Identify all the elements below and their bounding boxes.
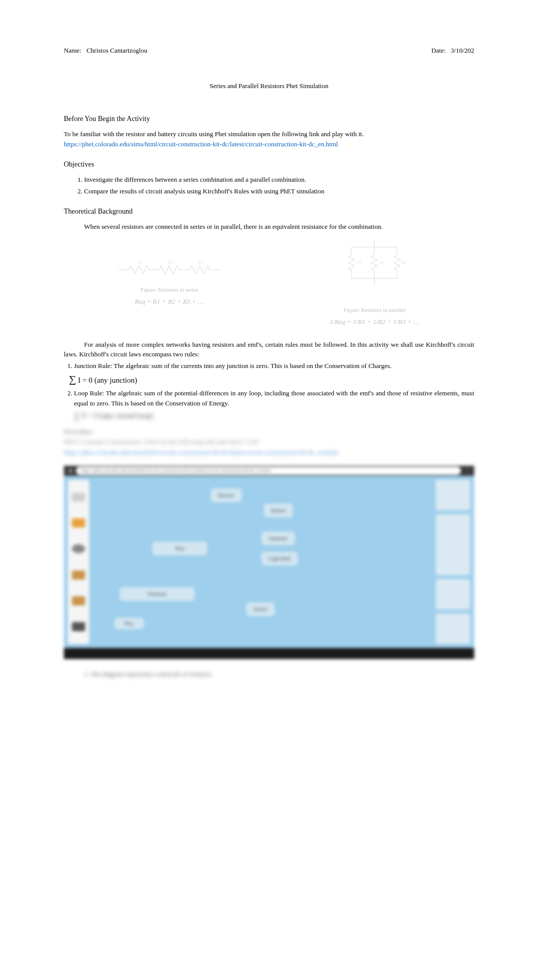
- svg-text:R₃: R₃: [199, 260, 204, 265]
- sim-label: Ammeter: [261, 532, 295, 545]
- diagram-row: R₁ R₂ R₃ Figure: Resistors in series Req…: [64, 239, 474, 327]
- date-label: Date:: [432, 46, 446, 56]
- svg-text:R₁: R₁: [138, 260, 143, 265]
- phet-link[interactable]: https://phet.colorado.edu/sims/html/circ…: [64, 140, 338, 148]
- date-value: 3/10/202: [451, 46, 474, 56]
- menu-icon: ⋮: [465, 467, 470, 474]
- rules-list: Junction Rule: The algebraic sum of the …: [74, 361, 474, 371]
- blurred-caption: 1. The diagram represents a network of r…: [84, 669, 474, 679]
- sim-label: Voltmeter: [120, 587, 195, 601]
- before-text: To be familiar with the resistor and bat…: [64, 129, 474, 139]
- sim-label: Switch: [246, 602, 275, 616]
- svg-text:R₁: R₁: [357, 260, 362, 265]
- series-formula: Req = R1 + R2 + R3 + …: [119, 297, 220, 307]
- back-icon: ◀: [68, 467, 72, 474]
- svg-text:R₃: R₃: [401, 260, 406, 265]
- sim-label: Light Bulb: [261, 552, 298, 565]
- before-heading: Before You Begin the Activity: [64, 113, 474, 124]
- procedure-link: https://phet.colorado.edu/sims/html/circ…: [64, 447, 474, 458]
- sim-canvas: Resistor Battery Wire Ammeter Light Bulb…: [64, 476, 474, 648]
- objective-item: Compare the results of circuit analysis …: [84, 186, 474, 196]
- sim-left-toolbar: [68, 480, 89, 644]
- name-value: Christos Cantartzoglou: [87, 46, 147, 56]
- series-diagram: R₁ R₂ R₃ Figure: Resistors in series Req…: [119, 260, 220, 307]
- header-row: Name: Christos Cantartzoglou Date: 3/10/…: [64, 46, 474, 56]
- junction-formula: ∑ I = 0 (any junction): [69, 372, 474, 387]
- blurred-procedure-block: Procedure PhET Colorado Construction: Cl…: [64, 427, 474, 458]
- procedure-text: PhET Colorado Construction: Click on the…: [64, 437, 474, 447]
- objective-item: Investigate the differences between a se…: [84, 175, 474, 185]
- sim-play: Play: [114, 618, 144, 629]
- parallel-formula: 1/Req = 1/R1 + 1/R2 + 1/R3 + …: [330, 317, 419, 327]
- rules-list2: Loop Rule: The algebraic sum of the pote…: [74, 388, 474, 408]
- loop-rule: Loop Rule: The algebraic sum of the pote…: [74, 388, 474, 408]
- objectives-list: Investigate the differences between a se…: [84, 175, 474, 196]
- page-title: Series and Parallel Resistors Phet Simul…: [64, 81, 474, 91]
- name-label: Name:: [64, 46, 82, 56]
- procedure-heading: Procedure: [64, 427, 474, 437]
- url-bar: https://phet.colorado.edu/sims/html/circ…: [76, 467, 461, 475]
- parallel-diagram: R₁ R₂ R₃ Figure: Resistors in parallel 1…: [330, 239, 419, 327]
- junction-rule: Junction Rule: The algebraic sum of the …: [74, 361, 474, 371]
- kirchhoff-intro: For analysis of more complex networks ha…: [64, 340, 474, 359]
- theory-heading: Theoretical Background: [64, 206, 474, 217]
- svg-text:R₂: R₂: [168, 260, 173, 265]
- sim-right-panel: [436, 480, 470, 644]
- parallel-caption: Figure: Resistors in parallel: [330, 306, 419, 314]
- series-caption: Figure: Resistors in series: [119, 285, 220, 294]
- sim-label: Wire: [152, 542, 207, 555]
- sim-footer: [64, 648, 474, 659]
- sim-label: Resistor: [211, 488, 242, 502]
- sim-label: Battery: [264, 504, 293, 517]
- browser-bar: ◀ https://phet.colorado.edu/sims/html/ci…: [64, 466, 474, 476]
- theory-intro: When several resistors are connected in …: [64, 222, 474, 232]
- sim-screenshot: ◀ https://phet.colorado.edu/sims/html/ci…: [64, 466, 474, 659]
- objectives-heading: Objectives: [64, 159, 474, 170]
- loop-formula: ∑ V = 0 (any closed loop): [74, 410, 474, 422]
- svg-text:R₂: R₂: [379, 260, 385, 265]
